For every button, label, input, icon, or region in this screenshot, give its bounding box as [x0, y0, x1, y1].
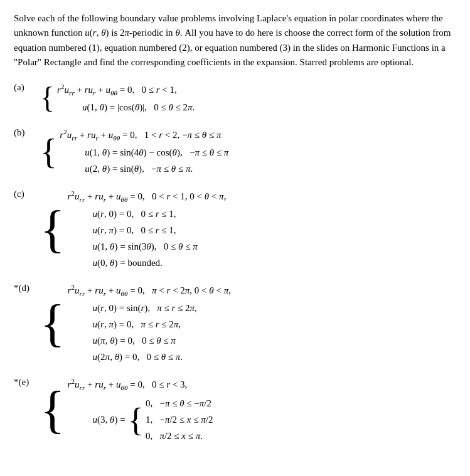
problem-d-label: *(d) [14, 282, 40, 294]
nested-brace-e: { [128, 396, 144, 443]
eq-d-1: r2urr + rur + uθθ = 0, π < r < 2π, 0 < θ… [68, 282, 231, 299]
eq-d-4: u(π, θ) = 0, 0 ≤ θ ≤ π [68, 333, 231, 348]
eq-c-3: u(r, π) = 0, 0 ≤ r ≤ 1, [68, 223, 227, 238]
problem-a-label: (a) [14, 81, 40, 93]
problem-b-label: (b) [14, 126, 40, 138]
eq-c-5: u(0, θ) = bounded. [68, 255, 227, 270]
piecewise-e-1: 0, −π ≤ θ ≤ −π/2 [146, 396, 213, 411]
eq-c-2: u(r, 0) = 0, 0 ≤ r ≤ 1, [68, 206, 227, 221]
equations-c: r2urr + rur + uθθ = 0, 0 < r < 1, 0 < θ … [68, 188, 227, 270]
eq-d-2: u(r, 0) = sin(r), π ≤ r ≤ 2π, [68, 300, 231, 315]
problem-b: (b) { r2urr + rur + uθθ = 0, 1 < r < 2, … [14, 126, 456, 176]
problem-e: *(e) { r2urr + rur + uθθ = 0, 0 ≤ r < 3,… [14, 376, 456, 443]
problem-d: *(d) { r2urr + rur + uθθ = 0, π < r < 2π… [14, 282, 456, 364]
piecewise-e-2: 1, −π/2 ≤ x ≤ π/2 [146, 412, 213, 427]
piecewise-e: 0, −π ≤ θ ≤ −π/2 1, −π/2 ≤ x ≤ π/2 0, π/… [146, 396, 213, 443]
brace-c: { [40, 188, 65, 270]
eq-b-3: u(2, θ) = sin(θ), −π ≤ θ ≤ π. [60, 161, 228, 176]
equations-a: r2urr + rur + uθθ = 0, 0 ≤ r < 1, u(1, θ… [57, 81, 195, 115]
eq-b-1: r2urr + rur + uθθ = 0, 1 < r < 2, −π ≤ θ… [60, 126, 228, 144]
eq-b-2: u(1, θ) = sin(4θ) − cos(θ), −π ≤ θ ≤ π [60, 145, 228, 160]
problem-c: (c) { r2urr + rur + uθθ = 0, 0 < r < 1, … [14, 188, 456, 270]
eq-e-2: u(3, θ) = { 0, −π ≤ θ ≤ −π/2 1, −π/2 ≤ x… [68, 394, 213, 443]
eq-a-1: r2urr + rur + uθθ = 0, 0 ≤ r < 1, [57, 81, 195, 98]
eq-e-1: r2urr + rur + uθθ = 0, 0 ≤ r < 3, [68, 376, 213, 393]
brace-d: { [40, 282, 65, 364]
equations-e: r2urr + rur + uθθ = 0, 0 ≤ r < 3, u(3, θ… [68, 376, 213, 443]
piecewise-e-3: 0, π/2 ≤ x ≤ π. [146, 428, 213, 443]
eq-d-3: u(r, π) = 0, π ≤ r ≤ 2π, [68, 317, 231, 332]
eq-a-2: u(1, θ) = |cos(θ)|, 0 ≤ θ ≤ 2π. [57, 100, 195, 115]
eq-d-5: u(2π, θ) = 0, 0 ≤ θ ≤ π. [68, 349, 231, 364]
problem-a: (a) { r2urr + rur + uθθ = 0, 0 ≤ r < 1, … [14, 81, 456, 115]
intro-paragraph: Solve each of the following boundary val… [14, 11, 456, 70]
problem-c-label: (c) [14, 188, 40, 199]
brace-b: { [40, 126, 57, 176]
brace-e: { [40, 376, 65, 443]
eq-c-4: u(1, θ) = sin(3θ), 0 ≤ θ ≤ π [68, 239, 227, 254]
eq-c-1: r2urr + rur + uθθ = 0, 0 < r < 1, 0 < θ … [68, 188, 227, 205]
equations-b: r2urr + rur + uθθ = 0, 1 < r < 2, −π ≤ θ… [60, 126, 228, 176]
equation-numbered-ref: equation numbered [14, 43, 86, 53]
brace-a: { [40, 81, 55, 115]
problem-e-label: *(e) [14, 376, 40, 388]
equations-d: r2urr + rur + uθθ = 0, π < r < 2π, 0 < θ… [68, 282, 231, 364]
